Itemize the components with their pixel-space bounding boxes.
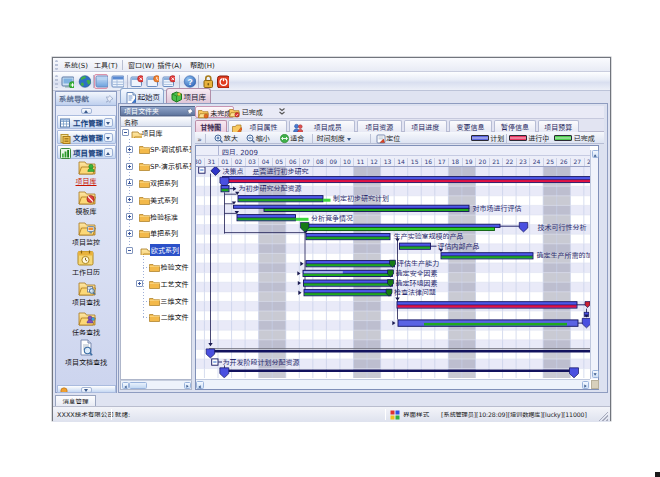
sidebar-group-1[interactable]: 工作管理 bbox=[57, 115, 116, 129]
gantt-toolbar-button-1[interactable]: 放大 bbox=[224, 134, 238, 143]
tree-item-11[interactable]: 三维文件 bbox=[121, 295, 192, 307]
tree-item-label: 工艺文件 bbox=[161, 278, 189, 290]
dropdown-arrow-icon[interactable] bbox=[347, 137, 352, 142]
gantt-vertical-scrollbar[interactable] bbox=[590, 150, 598, 379]
sidebar-item-2[interactable]: 模板库 bbox=[56, 188, 116, 215]
document-tab-1[interactable]: 起始页 bbox=[120, 88, 164, 104]
gantt-horizontal-scrollbar[interactable] bbox=[196, 379, 591, 389]
pin-icon[interactable] bbox=[105, 95, 114, 104]
summary-end-marker bbox=[569, 367, 578, 377]
sidebar-item-3[interactable]: 项目监控 bbox=[56, 219, 116, 246]
task-label: 确定安全因素 bbox=[395, 268, 437, 278]
collapse-panel-button[interactable]: » bbox=[197, 134, 202, 143]
gantt-day-14: 14 bbox=[394, 158, 408, 166]
toolbar-button-screen-add[interactable] bbox=[61, 74, 74, 88]
tree-expander-plus[interactable] bbox=[126, 196, 133, 203]
tree-item-2[interactable]: SP-调试机系列 bbox=[121, 143, 192, 155]
gantt-toolbar-separator bbox=[312, 134, 313, 143]
tree-item-10[interactable]: 工艺文件 bbox=[121, 278, 192, 290]
tree-item-3[interactable]: SP-演示机系列 bbox=[121, 160, 192, 172]
toolbar-button-help-sphere[interactable]: ? bbox=[183, 74, 196, 88]
interface-style-button[interactable]: 界面样式 bbox=[403, 409, 429, 420]
gantt-toolbar-button-4[interactable]: 时间刻度 bbox=[317, 134, 345, 143]
tree-item-7[interactable]: 单把系列 bbox=[121, 227, 192, 239]
sidebar-item-1[interactable]: 项目库 bbox=[56, 158, 116, 185]
scroll-right-button[interactable] bbox=[184, 382, 191, 390]
tree-expander-plus[interactable] bbox=[126, 146, 133, 153]
tree-item-label: 二维文件 bbox=[161, 311, 189, 323]
tree-item-6[interactable]: 检验标准 bbox=[121, 211, 192, 223]
sidebar-group-2[interactable]: 文档管理 bbox=[57, 130, 116, 144]
view-tab-3[interactable]: 项目成员 bbox=[289, 120, 355, 133]
tree-expander-minus[interactable] bbox=[126, 247, 133, 254]
menu-item-3[interactable]: 窗口(W) bbox=[128, 61, 154, 70]
menu-item-1[interactable]: 系统(S) bbox=[64, 61, 88, 70]
sidebar-scroll-up-button[interactable] bbox=[81, 108, 92, 115]
toolbar-button-window-blue[interactable] bbox=[95, 74, 108, 88]
view-tab-2[interactable]: 项目属性 bbox=[228, 120, 287, 133]
tree-column-header[interactable]: 名称 bbox=[120, 116, 192, 127]
tree-expander-plus[interactable] bbox=[136, 280, 143, 287]
gantt-toolbar-button-5[interactable]: 定位 bbox=[386, 134, 400, 143]
menu-item-5[interactable]: 帮助(H) bbox=[190, 61, 215, 70]
view-tab-7[interactable]: 暂停信息 bbox=[494, 120, 536, 133]
scroll-left-button[interactable] bbox=[122, 382, 129, 390]
sidebar-scroll-down-button[interactable] bbox=[81, 387, 92, 393]
sidebar-item-5[interactable]: 项目查找 bbox=[56, 279, 116, 306]
chevron-down-icon[interactable] bbox=[104, 133, 113, 142]
task-bar-part bbox=[323, 198, 331, 201]
sidebar-group-3[interactable]: 项目管理 bbox=[57, 145, 116, 159]
sidebar-item-6[interactable]: 任务查找 bbox=[56, 309, 116, 336]
gantt-day-08: 08 bbox=[313, 158, 327, 166]
toolbar-button-window-close-red[interactable] bbox=[130, 74, 143, 88]
toolbar-button-globe[interactable] bbox=[78, 74, 91, 88]
task-bar-progress bbox=[238, 198, 322, 201]
tree-item-1[interactable]: 项目库 bbox=[121, 127, 192, 139]
chevron-down-icon[interactable] bbox=[104, 118, 113, 127]
gantt-toolbar-button-3[interactable]: 适合 bbox=[290, 134, 304, 143]
task-bar-part bbox=[424, 322, 567, 325]
tree-item-12[interactable]: 二维文件 bbox=[121, 311, 192, 323]
tree-expander-plus[interactable] bbox=[126, 163, 133, 170]
gantt-toolbar-button-2[interactable]: 缩小 bbox=[256, 134, 270, 143]
tree-item-5[interactable]: 美式系列 bbox=[121, 194, 192, 206]
toolbar-button-window-table[interactable] bbox=[111, 74, 124, 88]
document-tab-2-active[interactable]: 项目库 bbox=[166, 88, 211, 104]
toolbar-button-window-close-red2[interactable] bbox=[162, 74, 175, 88]
view-tab-5[interactable]: 项目进度 bbox=[404, 120, 447, 133]
chevron-double-down-icon[interactable] bbox=[279, 108, 285, 116]
tree-horizontal-scrollbar[interactable] bbox=[120, 380, 192, 390]
folder-icon bbox=[149, 262, 161, 272]
window-blue-icon bbox=[95, 74, 108, 88]
view-tab-4[interactable]: 项目资源 bbox=[357, 120, 402, 133]
sidebar-item-7[interactable]: 项目文档查找 bbox=[56, 339, 116, 366]
menu-grip[interactable] bbox=[55, 60, 58, 70]
sidebar-item-4[interactable]: 工作日历 bbox=[56, 249, 116, 276]
tree-expander-plus[interactable] bbox=[126, 230, 133, 237]
view-tab-8[interactable]: 项目预算 bbox=[538, 120, 579, 133]
toolbar-button-window-badge[interactable] bbox=[146, 74, 159, 88]
chevron-up-icon[interactable] bbox=[104, 148, 113, 157]
toolbar-button-power[interactable] bbox=[216, 74, 229, 88]
tree-expander-plus[interactable] bbox=[126, 213, 133, 220]
tree-expander-minus[interactable] bbox=[122, 129, 129, 136]
tree-expander-plus[interactable] bbox=[126, 179, 133, 186]
tree-item-4[interactable]: 双把系列 bbox=[121, 177, 192, 189]
menu-item-4[interactable]: 插件(A) bbox=[158, 61, 182, 70]
theme-style-icon bbox=[390, 410, 400, 420]
toolbar-grip[interactable] bbox=[55, 75, 58, 88]
tree-item-9[interactable]: 检验文件 bbox=[121, 261, 192, 273]
pin-icon[interactable] bbox=[186, 108, 194, 116]
screenshot-stage: 系统(S)工具(T)窗口(W)插件(A)帮助(H) ? 系统导航 工作管理文档管… bbox=[0, 0, 660, 477]
resize-grip[interactable] bbox=[599, 412, 608, 421]
task-bar-progress bbox=[221, 188, 228, 191]
scroll-thumb[interactable] bbox=[129, 382, 147, 390]
view-tab-1-active[interactable]: 甘特图 bbox=[195, 120, 227, 133]
menu-item-2[interactable]: 工具(T) bbox=[94, 61, 118, 70]
gantt-body-svg: 决策点是否进行初步研究为初步研究分配资源制定初步研究计划对市场进行评估分析竞争情… bbox=[196, 167, 592, 378]
message-management-tab[interactable]: 消息管理 bbox=[55, 395, 96, 406]
filter-button-2[interactable]: 已完成 bbox=[228, 106, 264, 118]
tree-item-8[interactable]: 欧式系列 bbox=[121, 244, 192, 256]
toolbar-button-lock[interactable] bbox=[201, 74, 214, 88]
view-tab-6[interactable]: 变更信息 bbox=[449, 120, 492, 133]
